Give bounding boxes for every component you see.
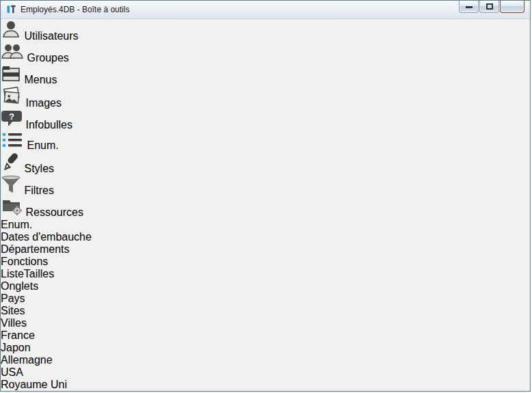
title-bar[interactable]: Employés.4DB - Boîte à outils [1, 1, 530, 19]
list-item-label: France [1, 329, 35, 341]
sidebar-item-label: Enum. [27, 139, 58, 151]
pen-icon [1, 163, 24, 174]
list-item[interactable]: Espagne [1, 391, 530, 392]
content-area: Enum. Dates d'embauche Départements Fonc… [1, 219, 530, 392]
window-controls [459, 1, 524, 13]
list-item-label: Sites [1, 305, 25, 316]
list-item[interactable]: ListeTailles [1, 268, 530, 280]
list-item-label: Départements [1, 243, 70, 255]
list-item-label: ListeTailles [1, 268, 54, 280]
sidebar-item-utilisateurs[interactable]: Utilisateurs [1, 19, 530, 42]
page-title-bar: Enum. [1, 219, 530, 231]
list-item-label: Dates d'embauche [1, 231, 92, 243]
sidebar-item-label: Menus [24, 74, 57, 85]
sidebar-item-styles[interactable]: Styles [1, 152, 530, 175]
sidebar-item-images[interactable]: Images [1, 86, 530, 109]
sidebar-item-ressources[interactable]: Ressources [1, 197, 530, 219]
window-title: Employés.4DB - Boîte à outils [21, 5, 129, 14]
sidebar: Utilisateurs Groupes Menus Images [1, 19, 530, 219]
maximize-button[interactable] [479, 1, 499, 13]
svg-text:?: ? [9, 111, 14, 122]
filter-funnel-icon [1, 185, 24, 196]
list-item-label: USA [1, 366, 23, 378]
list-item-label: Pays [1, 293, 25, 304]
sidebar-item-label: Filtres [24, 185, 54, 196]
minimize-icon [466, 6, 473, 8]
list-item[interactable]: Allemagne [1, 354, 530, 366]
list-item-selected[interactable]: France [1, 329, 530, 342]
value-list: France Japon Allemagne USA [1, 329, 530, 392]
list-item[interactable]: USA [1, 366, 530, 379]
users-icon [1, 52, 27, 64]
list-item[interactable]: Dates d'embauche [1, 231, 530, 243]
list-item-label: Fonctions [1, 256, 48, 267]
list-item[interactable]: Villes [1, 317, 530, 329]
minimize-button[interactable] [459, 1, 479, 13]
sidebar-item-label: Ressources [25, 206, 83, 218]
list-item[interactable]: Fonctions [1, 256, 530, 268]
list-item-label: Espagne [1, 391, 44, 392]
images-icon [1, 97, 25, 109]
list-item[interactable]: Sites [1, 305, 530, 317]
panels: Dates d'embauche Départements Fonctions … [1, 231, 530, 392]
sidebar-item-label: Styles [24, 163, 54, 174]
list-item-label: Villes [1, 317, 27, 329]
sidebar-item-label: Infobulles [25, 119, 72, 131]
page-title: Enum. [1, 219, 32, 230]
sidebar-item-menus[interactable]: Menus [1, 64, 530, 86]
list-item-label: Royaume Uni [1, 379, 67, 390]
menu-window-icon [1, 74, 24, 85]
list-item-label: Allemagne [1, 354, 53, 366]
app-toolbox-icon [6, 4, 16, 15]
list-item-selected[interactable]: Pays [1, 293, 530, 305]
sidebar-item-label: Utilisateurs [24, 30, 78, 42]
sidebar-item-groupes[interactable]: Groupes [1, 42, 530, 64]
list-item-label: Onglets [1, 280, 38, 292]
window-body: Utilisateurs Groupes Menus Images [1, 19, 530, 392]
enum-list-icon [1, 139, 27, 151]
enum-list: Dates d'embauche Départements Fonctions … [1, 231, 530, 329]
resources-folder-icon [1, 206, 25, 218]
enum-list-panel: Dates d'embauche Départements Fonctions … [1, 231, 530, 329]
sidebar-item-label: Groupes [27, 52, 68, 64]
maximize-icon [486, 3, 493, 10]
close-button[interactable] [500, 1, 524, 13]
list-item[interactable]: Royaume Uni [1, 379, 530, 391]
tooltip-bubble-icon: ? [1, 119, 25, 131]
list-item[interactable]: Départements [1, 243, 530, 256]
list-item-label: Japon [1, 342, 31, 353]
sidebar-item-filtres[interactable]: Filtres [1, 175, 530, 197]
sidebar-item-infobulles[interactable]: ? Infobulles [1, 109, 530, 131]
sidebar-item-label: Images [25, 97, 61, 109]
value-list-panel: France Japon Allemagne USA [1, 329, 530, 392]
user-icon [1, 30, 24, 42]
sidebar-item-enum[interactable]: Enum. [1, 131, 530, 152]
list-item[interactable]: Onglets [1, 280, 530, 293]
toolbox-window: Employés.4DB - Boîte à outils Utilisateu… [0, 0, 531, 392]
list-item[interactable]: Japon [1, 342, 530, 354]
